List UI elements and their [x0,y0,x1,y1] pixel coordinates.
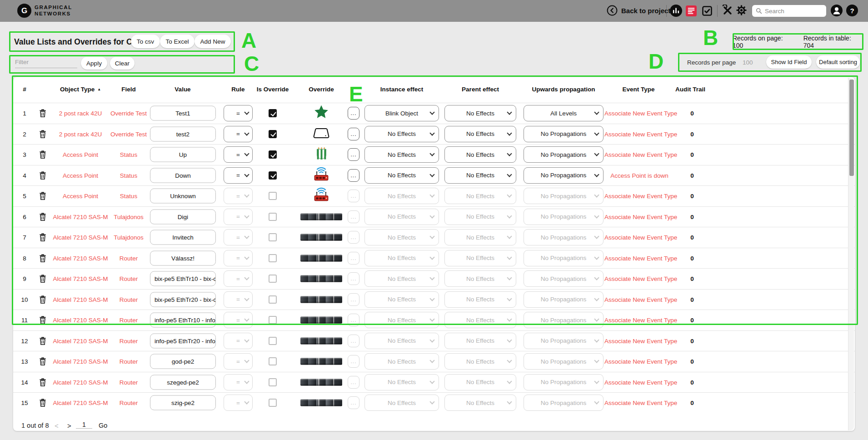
delete-row-button[interactable] [38,232,47,242]
upwards-propagation-select[interactable]: No Propagations [524,126,604,142]
parent-effect-select[interactable]: No Effects [444,333,516,349]
override-picker-button[interactable]: ... [348,335,359,347]
event-type-link[interactable]: Associate New Event Type [604,275,674,282]
upwards-propagation-select[interactable]: No Propagations [524,209,604,225]
delete-row-button[interactable] [38,212,47,222]
event-type-link[interactable]: Associate New Event Type [604,234,674,241]
delete-row-button[interactable] [38,398,47,408]
event-type-link[interactable]: Associate New Event Type [604,379,674,385]
records-per-page-value[interactable]: 100 [743,59,753,66]
event-type-link[interactable]: Access Point is down [604,172,674,179]
value-input[interactable] [150,375,216,390]
column-header-object-type[interactable]: Object Type▲ [60,86,101,93]
rule-select[interactable]: = [224,146,253,163]
rule-select[interactable]: = [224,270,253,287]
override-picker-button[interactable]: ... [348,314,359,326]
instance-effect-select[interactable]: No Effects [364,126,439,142]
instance-effect-select[interactable]: No Effects [364,146,439,163]
previous-page-button[interactable]: < [55,422,59,430]
column-header-event-type[interactable]: Event Type [622,86,654,93]
override-picker-button[interactable]: ... [348,396,359,409]
delete-row-button[interactable] [38,108,47,118]
field-link[interactable]: Override Test [104,130,154,137]
value-input[interactable] [150,354,216,369]
parent-effect-select[interactable]: No Effects [444,105,516,121]
event-type-link[interactable]: Associate New Event Type [604,400,674,406]
filter-input[interactable] [15,56,77,68]
is-override-checkbox[interactable] [269,130,277,138]
column-header-audit-trail[interactable]: Audit Trail [675,86,705,93]
value-input[interactable] [150,168,216,183]
instance-effect-select[interactable]: No Effects [364,250,439,266]
override-picker-button[interactable]: ... [348,210,359,223]
parent-effect-select[interactable]: No Effects [444,270,516,287]
parent-effect-select[interactable]: No Effects [444,312,516,328]
upwards-propagation-select[interactable]: No Propagations [524,146,604,163]
is-override-checkbox[interactable] [269,316,277,324]
account-button[interactable] [831,5,843,16]
event-type-link[interactable]: Associate New Event Type [604,317,674,324]
is-override-checkbox[interactable] [269,109,277,117]
admin-tools-button[interactable] [721,5,733,16]
upwards-propagation-select[interactable]: No Propagations [524,250,604,266]
column-header-field[interactable]: Field [121,86,136,93]
instance-effect-select[interactable]: No Effects [364,167,439,184]
upwards-propagation-select[interactable]: No Propagations [524,229,604,245]
rule-select[interactable]: = [224,167,253,184]
default-sorting-button[interactable]: Default sorting [816,55,860,69]
help-button[interactable]: ? [846,5,858,16]
event-type-link[interactable]: Associate New Event Type [604,296,674,303]
value-input[interactable] [150,292,216,307]
upwards-propagation-select[interactable]: No Propagations [524,188,604,204]
field-link[interactable]: Router [104,317,154,324]
is-override-checkbox[interactable] [269,171,277,180]
instance-effect-select[interactable]: No Effects [364,374,439,390]
field-link[interactable]: Override Test [104,110,154,117]
upwards-propagation-select[interactable]: No Propagations [524,270,604,287]
column-header-parent-effect[interactable]: Parent effect [462,86,499,93]
instance-effect-select[interactable]: No Effects [364,353,439,370]
event-type-link[interactable]: Associate New Event Type [604,213,674,220]
parent-effect-select[interactable]: No Effects [444,374,516,390]
field-link[interactable]: Status [104,193,154,200]
upwards-propagation-select[interactable]: No Propagations [524,353,604,370]
event-type-link[interactable]: Associate New Event Type [604,358,674,365]
delete-row-button[interactable] [38,191,47,201]
column-header-instance-effect[interactable]: Instance effect [380,86,424,93]
rule-select[interactable]: = [224,291,253,308]
override-picker-button[interactable]: ... [348,169,359,182]
value-input[interactable] [150,250,216,265]
rule-select[interactable]: = [224,250,253,266]
event-type-link[interactable]: Associate New Event Type [604,110,674,117]
override-picker-button[interactable]: ... [348,376,359,389]
rule-select[interactable]: = [224,188,253,204]
parent-effect-select[interactable]: No Effects [444,209,516,225]
next-page-button[interactable]: > [67,422,71,430]
field-link[interactable]: Tulajdonos [104,234,154,241]
is-override-checkbox[interactable] [269,192,277,200]
settings-button[interactable] [736,5,747,16]
is-override-checkbox[interactable] [269,295,277,304]
is-override-checkbox[interactable] [269,233,277,241]
field-link[interactable]: Router [104,400,154,406]
column-header-value[interactable]: Value [175,86,190,93]
parent-effect-select[interactable]: No Effects [444,291,516,308]
apply-filter-button[interactable]: Apply [81,57,107,70]
go-to-page-button[interactable]: Go [99,422,107,429]
parent-effect-select[interactable]: No Effects [444,353,516,370]
event-type-link[interactable]: Associate New Event Type [604,255,674,261]
parent-effect-select[interactable]: No Effects [444,229,516,245]
field-link[interactable]: Router [104,275,154,282]
export-csv-button[interactable]: To csv [131,35,160,48]
is-override-checkbox[interactable] [269,213,277,221]
value-input[interactable] [150,106,216,121]
value-input[interactable] [150,126,216,141]
scrollbar-thumb[interactable] [849,80,854,176]
rule-select[interactable]: = [224,333,253,349]
add-new-button[interactable]: Add New [195,35,231,48]
value-input[interactable] [150,313,216,328]
event-type-link[interactable]: Associate New Event Type [604,193,674,200]
field-link[interactable]: Router [104,379,154,385]
upwards-propagation-select[interactable]: All Levels [524,105,604,121]
value-input[interactable] [150,209,216,224]
